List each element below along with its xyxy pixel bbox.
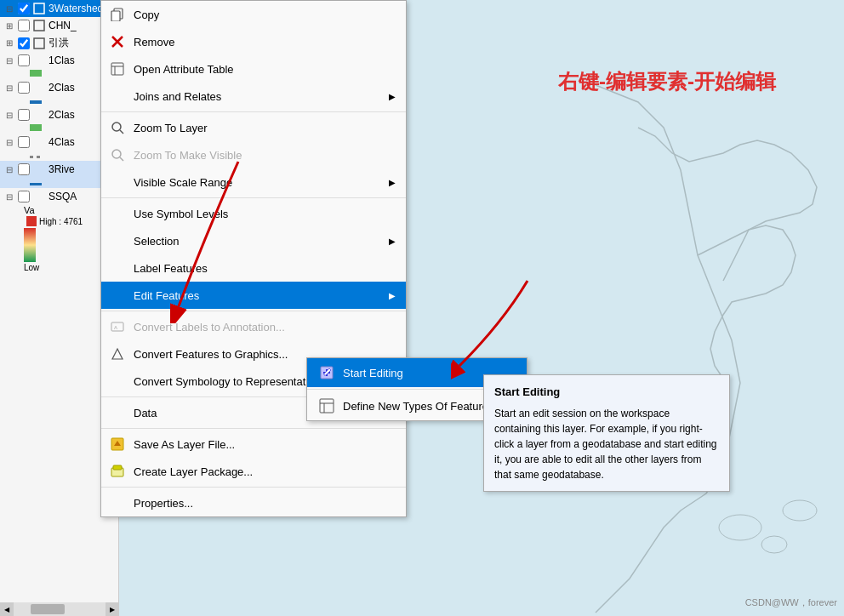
layer-checkbox-ssqa[interactable] [18, 191, 30, 202]
menu-item-copy[interactable]: Copy [101, 1, 406, 28]
data-icon [108, 403, 127, 422]
menu-separator-1 [101, 111, 406, 112]
menu-label-edit-features: Edit Features [134, 289, 389, 302]
legend-swatch [30, 70, 42, 77]
layer-type-icon [32, 163, 46, 176]
menu-item-properties[interactable]: Properties... [101, 489, 406, 516]
layer-checkbox-1clas[interactable] [18, 54, 30, 66]
menu-item-joins[interactable]: Joins and Relates ▶ [101, 83, 406, 110]
create-package-icon [108, 462, 127, 481]
scroll-track [14, 602, 106, 616]
menu-label-symbol-levels: Use Symbol Levels [134, 208, 396, 220]
zoom-icon [108, 118, 127, 137]
edit-features-icon [108, 286, 127, 305]
selection-icon [108, 231, 127, 250]
layer-label: 引洪 [48, 36, 69, 50]
convert-symbology-icon [108, 372, 127, 391]
convert-labels-icon: A [108, 317, 127, 336]
label-features-icon [108, 259, 127, 277]
expand-icon: ⊟ [3, 165, 15, 174]
menu-item-open-attr[interactable]: Open Attribute Table [101, 55, 406, 83]
svg-point-1 [761, 536, 787, 553]
menu-item-zoom-layer[interactable]: Zoom To Layer [101, 114, 406, 141]
menu-label-create-package: Create Layer Package... [134, 465, 396, 478]
layer-type-icon [32, 54, 46, 67]
expand-icon: ⊟ [3, 138, 15, 147]
scroll-left-arrow[interactable]: ◀ [0, 602, 14, 616]
svg-point-0 [719, 515, 761, 540]
menu-separator-6 [101, 487, 406, 488]
menu-item-selection[interactable]: Selection ▶ [101, 227, 406, 254]
start-editing-icon [317, 363, 336, 382]
menu-label-save-layer: Save As Layer File... [134, 438, 396, 451]
legend-high-label: High : 4761 [39, 217, 83, 226]
svg-rect-23 [113, 465, 122, 470]
menu-separator-3 [101, 311, 406, 311]
legend-swatch-high [26, 216, 37, 226]
legend-swatch-blue-line [30, 183, 42, 185]
layer-type-icon [32, 135, 46, 149]
expand-icon: ⊟ [3, 56, 15, 66]
menu-item-edit-features[interactable]: Edit Features ▶ [101, 282, 406, 309]
layer-checkbox-2clas2[interactable] [18, 109, 30, 121]
legend-swatch-line [30, 100, 42, 104]
menu-label-copy: Copy [134, 9, 396, 21]
panel-scrollbar[interactable]: ◀ ▶ [0, 602, 119, 616]
properties-icon [108, 493, 127, 512]
convert-graphics-icon [108, 345, 127, 363]
menu-label-visible-scale: Visible Scale Range [134, 176, 389, 189]
layer-label: SSQA [48, 191, 77, 202]
menu-item-visible-scale[interactable]: Visible Scale Range ▶ [101, 168, 406, 196]
legend-low-label: Low [24, 263, 39, 272]
layer-checkbox-2clas1[interactable] [18, 82, 30, 94]
menu-label-convert-labels: Convert Labels to Annotation... [134, 321, 396, 334]
menu-label-zoom-layer: Zoom To Layer [134, 122, 396, 134]
layer-checkbox-chn[interactable] [18, 20, 30, 31]
layer-checkbox-3rive[interactable] [18, 163, 30, 175]
copy-icon [108, 5, 127, 24]
layer-type-icon [32, 19, 46, 32]
menu-item-zoom-visible: Zoom To Make Visible [101, 141, 406, 168]
menu-item-save-layer[interactable]: Save As Layer File... [101, 431, 406, 458]
menu-label-open-attr: Open Attribute Table [134, 63, 396, 76]
layer-checkbox-yinhong[interactable] [18, 37, 30, 49]
svg-marker-19 [112, 349, 123, 359]
tooltip-body: Start an edit session on the workspace c… [494, 406, 719, 482]
svg-rect-27 [320, 399, 334, 413]
tooltip-box: Start Editing Start an edit session on t… [483, 374, 730, 492]
menu-item-create-package[interactable]: Create Layer Package... [101, 458, 406, 485]
svg-line-14 [120, 130, 123, 134]
layer-type-icon [32, 37, 46, 50]
scroll-thumb[interactable] [31, 604, 65, 614]
expand-icon: ⊟ [3, 4, 15, 14]
layer-type-icon [32, 190, 46, 203]
menu-label-properties: Properties... [134, 497, 396, 510]
layer-label: 2Clas [48, 82, 75, 94]
layer-label: 3Watershed [48, 3, 103, 14]
legend-swatch [30, 124, 42, 131]
scroll-right-arrow[interactable]: ▶ [106, 602, 119, 616]
menu-item-symbol-levels[interactable]: Use Symbol Levels [101, 200, 406, 227]
menu-item-remove[interactable]: Remove [101, 28, 406, 55]
svg-rect-10 [111, 63, 123, 75]
svg-line-16 [120, 157, 123, 161]
menu-item-label-features[interactable]: Label Features [101, 254, 406, 282]
symbol-levels-icon [108, 204, 127, 223]
submenu-arrow: ▶ [389, 92, 396, 101]
legend-gradient-bar [24, 228, 36, 262]
expand-icon: ⊟ [3, 83, 15, 93]
layer-label: 3Rive [48, 163, 75, 175]
layer-checkbox-3watershed[interactable] [18, 3, 30, 14]
layer-checkbox-4clas[interactable] [18, 136, 30, 148]
submenu-arrow: ▶ [389, 178, 396, 187]
svg-rect-3 [34, 3, 44, 14]
expand-icon: ⊟ [3, 192, 15, 202]
layer-type-icon [32, 2, 46, 15]
menu-label-joins: Joins and Relates [134, 90, 389, 103]
legend-swatch-dashed [30, 156, 42, 158]
layer-label: 2Clas [48, 109, 75, 121]
svg-rect-7 [111, 11, 120, 21]
menu-label-remove: Remove [134, 36, 396, 48]
svg-rect-4 [34, 20, 44, 31]
legend-va-label: Va [24, 205, 35, 215]
